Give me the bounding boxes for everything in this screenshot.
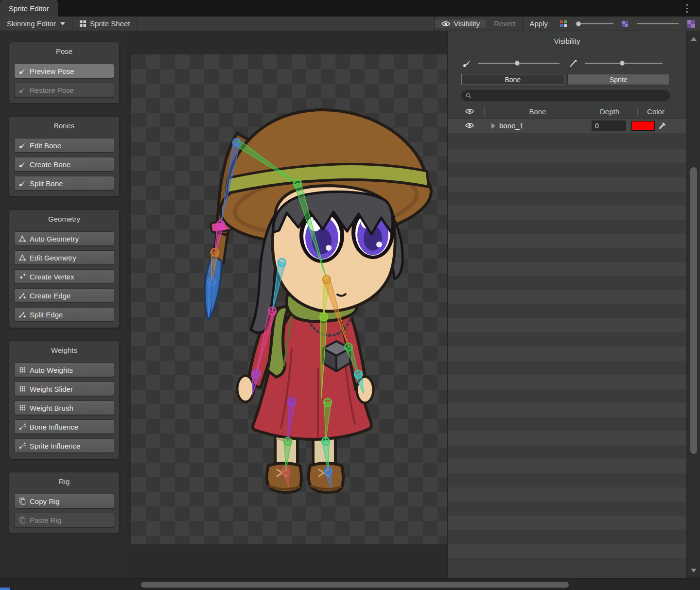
revert-button[interactable]: Revert (487, 19, 522, 28)
weights-icon (18, 366, 26, 374)
search-field[interactable] (461, 90, 670, 101)
toolbar-right: Visibility Revert Apply (434, 17, 700, 31)
button-copy-rig[interactable]: Copy Rig (14, 494, 114, 508)
panel-title: Bones (14, 120, 114, 134)
button-sprite-influence[interactable]: Sprite Influence (14, 438, 114, 453)
slider-track[interactable] (637, 23, 679, 24)
edge-icon (18, 311, 26, 318)
button-edit-geometry[interactable]: Edit Geometry (14, 250, 114, 265)
toolbar-separator (137, 17, 137, 31)
row-visibility-eye-icon[interactable] (465, 122, 474, 129)
horizontal-scroll-thumb[interactable] (141, 582, 569, 588)
button-auto-geometry[interactable]: Auto Geometry (14, 231, 114, 246)
header-separator (588, 108, 588, 116)
bone-joint[interactable] (282, 467, 290, 475)
sprite-sheet-button[interactable]: Sprite Sheet (72, 17, 137, 31)
button-bone-influence[interactable]: Bone Influence (14, 419, 114, 434)
horizontal-scrollbar[interactable] (0, 578, 700, 590)
bone-joint[interactable] (322, 437, 330, 445)
visibility-label: Visibility (454, 19, 480, 28)
button-restore-pose[interactable]: Restore Pose (14, 83, 114, 97)
bone-joint[interactable] (323, 276, 331, 283)
vertical-scroll-thumb[interactable] (690, 167, 697, 454)
bone-joint[interactable] (320, 313, 328, 321)
bone-color-swatch[interactable] (631, 121, 655, 131)
scroll-up-arrow[interactable] (691, 37, 697, 41)
slider-thumb[interactable] (576, 21, 581, 26)
button-label: Create Vertex (30, 273, 74, 281)
button-split-bone[interactable]: Split Bone (14, 176, 114, 191)
column-color: Color (640, 105, 672, 119)
alpha-checker-icon (687, 20, 695, 28)
window-tab-bar: Sprite Editor ⋮ (0, 0, 700, 17)
apply-button[interactable]: Apply (523, 19, 555, 28)
bone-opacity-slider[interactable] (478, 59, 560, 67)
eyedropper-icon[interactable] (658, 121, 666, 130)
panel-rig: RigCopy RigPaste Rig (9, 472, 120, 534)
button-auto-weights[interactable]: Auto Weights (14, 363, 114, 377)
button-create-bone[interactable]: Create Bone (14, 157, 114, 172)
bone-joint[interactable] (288, 398, 296, 405)
bone-joint[interactable] (233, 139, 241, 146)
depth-input[interactable] (592, 121, 626, 131)
tab-sprite-editor[interactable]: Sprite Editor (0, 0, 58, 17)
rgb-channels-icon (560, 20, 567, 27)
skinning-editor-dropdown[interactable]: Skinning Editor (0, 17, 72, 31)
zoom-slider[interactable] (576, 20, 613, 28)
bone-joint[interactable] (217, 221, 225, 228)
slider-thumb[interactable] (514, 61, 520, 66)
geo-icon (18, 254, 26, 261)
bone-joint[interactable] (354, 370, 362, 378)
search-input[interactable] (474, 92, 665, 99)
slider-thumb[interactable] (619, 61, 625, 66)
alpha-toggle-large[interactable] (682, 20, 700, 28)
tab-sprite[interactable]: Sprite (567, 74, 670, 85)
bone-joint[interactable] (252, 369, 260, 377)
visibility-panel-title: Visibility (448, 37, 686, 45)
bone-joint[interactable] (345, 343, 352, 351)
dots-icon (18, 404, 26, 412)
button-create-vertex[interactable]: Create Vertex (14, 269, 114, 284)
button-create-edge[interactable]: Create Edge (14, 288, 114, 303)
sprite-canvas[interactable] (126, 31, 447, 578)
visibility-toggle-button[interactable]: Visibility (435, 19, 487, 28)
bone-joint[interactable] (284, 437, 292, 445)
button-weight-brush[interactable]: Weight Brush (14, 400, 114, 415)
vertical-scrollbar[interactable] (686, 31, 700, 578)
eye-column-icon (465, 108, 474, 115)
visibility-panel: Visibility Bone Sprite (447, 31, 686, 578)
button-label: Create Edge (30, 292, 70, 300)
button-edit-bone[interactable]: Edit Bone (14, 138, 114, 153)
bone-joint[interactable] (208, 278, 215, 286)
bone-joint[interactable] (324, 399, 332, 406)
button-label: Sprite Influence (30, 442, 80, 450)
button-label: Paste Rig (30, 516, 61, 524)
button-split-edge[interactable]: Split Edge (14, 307, 114, 322)
expand-triangle-icon[interactable] (491, 123, 495, 129)
scroll-down-arrow[interactable] (691, 569, 697, 573)
bone-joint[interactable] (278, 259, 286, 266)
geo-icon (18, 235, 26, 243)
bone-joint[interactable] (211, 248, 219, 256)
color-channels-button[interactable] (555, 20, 572, 27)
bone-joint[interactable] (294, 180, 301, 188)
alpha-toggle-small[interactable] (617, 21, 633, 27)
button-label: Bone Influence (30, 423, 78, 431)
alpha-slider[interactable] (637, 20, 679, 28)
tab-bone[interactable]: Bone (461, 74, 564, 85)
bone-joint[interactable] (268, 307, 276, 315)
main-area: PosePreview PoseRestore PoseBonesEdit Bo… (0, 31, 700, 578)
panel-pose: PosePreview PoseRestore Pose (9, 42, 120, 104)
button-weight-slider[interactable]: Weight Slider (14, 382, 114, 396)
button-label: Create Bone (30, 160, 70, 169)
kebab-menu-icon[interactable]: ⋮ (682, 1, 692, 16)
button-preview-pose[interactable]: Preview Pose (14, 64, 114, 78)
sprite-opacity-slider[interactable] (585, 59, 663, 67)
bone-row[interactable]: bone_1 (448, 119, 686, 133)
column-bone: Bone (491, 105, 584, 119)
button-paste-rig[interactable]: Paste Rig (14, 513, 114, 527)
influence-icon (18, 442, 26, 450)
influence-icon (18, 423, 26, 431)
bone-joint[interactable] (324, 467, 332, 475)
sprite-opacity-icon (568, 58, 578, 68)
